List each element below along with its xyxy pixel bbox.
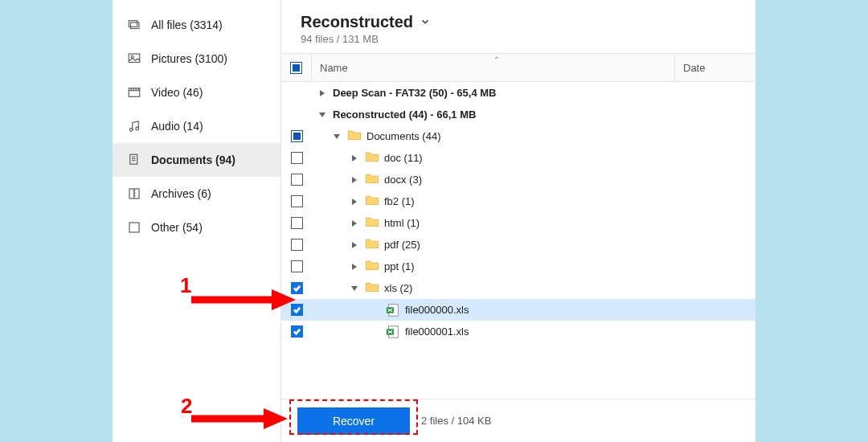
sidebar-item-video[interactable]: Video (46) <box>113 76 280 109</box>
sidebar-item-other[interactable]: Other (54) <box>113 211 280 244</box>
sidebar-item-audio[interactable]: Audio (14) <box>113 109 280 143</box>
expander-collapsed-icon[interactable] <box>349 261 360 272</box>
tree-label: docx (3) <box>384 174 422 186</box>
checkbox[interactable] <box>291 217 303 229</box>
checkbox[interactable] <box>291 152 303 164</box>
sidebar-item-label: Archives (6) <box>151 187 211 200</box>
svg-point-5 <box>129 129 133 132</box>
checkbox[interactable] <box>291 325 303 338</box>
column-name[interactable]: Name ⌃ <box>312 54 675 81</box>
expander-collapsed-icon[interactable] <box>349 174 360 186</box>
tree-label: Documents (44) <box>366 130 440 142</box>
svg-marker-12 <box>334 134 340 139</box>
expander-collapsed-icon[interactable] <box>349 218 360 229</box>
video-icon <box>127 85 141 100</box>
header-title-row[interactable]: Reconstructed <box>301 13 736 31</box>
sidebar-item-archives[interactable]: Archives (6) <box>113 177 280 211</box>
checkbox[interactable] <box>291 282 303 294</box>
tree-folder[interactable]: ppt (1) <box>281 256 755 277</box>
app-window: All files (3314) Pictures (3100) Video (… <box>113 0 755 442</box>
xls-file-icon <box>386 304 400 317</box>
tree-label: pdf (25) <box>384 239 420 251</box>
column-date-label: Date <box>683 62 705 74</box>
svg-marker-19 <box>351 286 358 291</box>
svg-marker-15 <box>352 198 357 205</box>
document-icon <box>127 153 141 167</box>
checkbox[interactable] <box>291 239 303 251</box>
sidebar-item-label: All files (3314) <box>151 18 223 31</box>
file-tree[interactable]: Deep Scan - FAT32 (50) - 65,4 MB Reconst… <box>281 82 755 442</box>
tree-folder[interactable]: fb2 (1) <box>281 190 755 212</box>
tree-label: Reconstructed (44) - 66,1 MB <box>333 108 476 121</box>
svg-rect-9 <box>129 223 139 232</box>
folder-icon <box>365 151 379 165</box>
tree-group-reconstructed[interactable]: Reconstructed (44) - 66,1 MB <box>281 104 755 125</box>
main-header: Reconstructed 94 files / 131 MB <box>281 0 755 53</box>
checkbox[interactable] <box>291 304 303 316</box>
column-date[interactable]: Date <box>675 54 755 81</box>
svg-marker-10 <box>320 90 325 96</box>
folder-icon <box>365 260 379 273</box>
svg-rect-0 <box>129 21 137 27</box>
sidebar-item-allfiles[interactable]: All files (3314) <box>113 8 280 42</box>
sidebar-item-label: Other (54) <box>151 221 203 234</box>
main-panel: Reconstructed 94 files / 131 MB Name ⌃ D… <box>281 0 755 442</box>
tree-folder-xls[interactable]: xls (2) <box>281 277 755 299</box>
folder-icon <box>365 194 379 208</box>
tree-file[interactable]: file000001.xls <box>281 321 755 342</box>
folder-icon <box>365 281 379 295</box>
folder-icon <box>365 216 379 230</box>
footer-status: 2 files / 104 KB <box>421 415 491 427</box>
sidebar-item-label: Documents (94) <box>151 153 235 166</box>
xls-file-icon <box>386 325 400 338</box>
recover-button[interactable]: Recover <box>297 407 410 435</box>
other-icon <box>127 220 141 235</box>
tree-file[interactable]: file000000.xls <box>281 299 755 321</box>
column-name-label: Name <box>320 62 348 74</box>
sidebar-item-label: Pictures (3100) <box>151 52 227 65</box>
expander-expanded-icon[interactable] <box>331 131 342 142</box>
tree-label: html (1) <box>384 217 420 229</box>
checkbox[interactable] <box>291 195 303 207</box>
svg-marker-18 <box>352 264 357 270</box>
tree-folder-documents[interactable]: Documents (44) <box>281 125 755 147</box>
archive-icon <box>127 186 141 201</box>
select-all-checkbox[interactable] <box>290 62 302 74</box>
chevron-down-icon <box>420 13 431 31</box>
checkbox[interactable] <box>291 174 303 186</box>
expander-expanded-icon[interactable] <box>317 109 328 121</box>
tree-label: Deep Scan - FAT32 (50) - 65,4 MB <box>333 87 497 99</box>
expander-collapsed-icon[interactable] <box>349 239 360 251</box>
music-icon <box>127 119 141 133</box>
sort-caret-icon: ⌃ <box>493 55 500 64</box>
checkbox[interactable] <box>291 260 303 272</box>
table-header: Name ⌃ Date <box>281 53 755 82</box>
tree-label: doc (11) <box>384 152 423 164</box>
folder-icon <box>365 238 379 252</box>
picture-icon <box>127 51 141 66</box>
tree-group-deepscan[interactable]: Deep Scan - FAT32 (50) - 65,4 MB <box>281 82 755 104</box>
tree-label: file000001.xls <box>405 325 469 338</box>
svg-marker-16 <box>352 220 357 227</box>
tree-label: fb2 (1) <box>384 195 415 207</box>
svg-rect-7 <box>130 154 137 164</box>
tree-label: xls (2) <box>384 282 412 294</box>
sidebar-item-pictures[interactable]: Pictures (3100) <box>113 42 280 76</box>
checkbox[interactable] <box>291 130 303 142</box>
expander-collapsed-icon[interactable] <box>349 153 360 164</box>
tree-folder[interactable]: doc (11) <box>281 147 755 169</box>
tree-folder[interactable]: docx (3) <box>281 169 755 190</box>
header-checkbox-cell[interactable] <box>281 54 312 81</box>
svg-marker-17 <box>352 242 357 248</box>
expander-collapsed-icon[interactable] <box>349 196 360 207</box>
tree-label: file000000.xls <box>405 304 469 316</box>
folder-icon <box>347 129 362 143</box>
sidebar: All files (3314) Pictures (3100) Video (… <box>113 0 281 442</box>
sidebar-item-label: Video (46) <box>151 86 203 99</box>
expander-expanded-icon[interactable] <box>349 283 360 294</box>
tree-folder[interactable]: html (1) <box>281 212 755 234</box>
sidebar-item-documents[interactable]: Documents (94) <box>113 143 280 177</box>
expander-collapsed-icon[interactable] <box>317 88 328 99</box>
tree-folder[interactable]: pdf (25) <box>281 234 755 256</box>
svg-rect-2 <box>129 54 140 63</box>
